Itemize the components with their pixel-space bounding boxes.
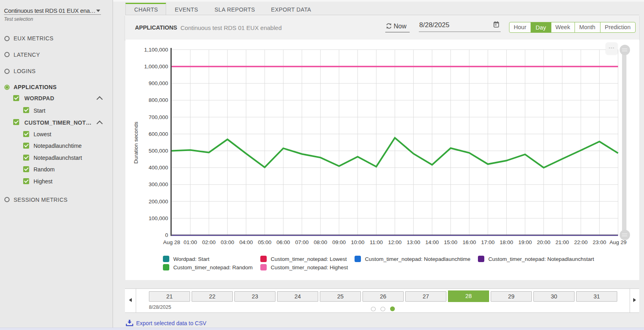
svg-text:700,000: 700,000 (149, 114, 168, 120)
svg-text:06:00: 06:00 (277, 239, 290, 245)
svg-text:01:00: 01:00 (184, 239, 197, 245)
svg-text:18:00: 18:00 (500, 239, 513, 245)
svg-text:1,000,000: 1,000,000 (144, 64, 168, 70)
svg-text:22:00: 22:00 (574, 239, 588, 245)
svg-text:02:00: 02:00 (202, 239, 216, 245)
svg-text:Duration seconds: Duration seconds (133, 121, 139, 163)
svg-text:200,000: 200,000 (149, 199, 168, 205)
svg-text:300,000: 300,000 (149, 181, 168, 187)
svg-text:Aug 28: Aug 28 (163, 239, 180, 245)
svg-text:800,000: 800,000 (149, 97, 168, 103)
svg-text:14:00: 14:00 (425, 239, 439, 245)
svg-text:19:00: 19:00 (518, 239, 532, 245)
svg-text:13:00: 13:00 (407, 239, 420, 245)
svg-text:15:00: 15:00 (444, 239, 458, 245)
svg-text:600,000: 600,000 (149, 131, 168, 137)
svg-text:21:00: 21:00 (555, 239, 569, 245)
svg-text:400,000: 400,000 (149, 165, 168, 171)
svg-text:12:00: 12:00 (388, 239, 402, 245)
svg-text:23:00: 23:00 (593, 239, 606, 245)
svg-text:07:00: 07:00 (295, 239, 309, 245)
svg-text:900,000: 900,000 (149, 80, 168, 86)
svg-text:1,100,000: 1,100,000 (144, 47, 168, 53)
svg-text:05:00: 05:00 (258, 239, 271, 245)
svg-text:04:00: 04:00 (239, 239, 253, 245)
svg-text:17:00: 17:00 (481, 239, 495, 245)
svg-text:08:00: 08:00 (314, 239, 327, 245)
svg-text:11:00: 11:00 (370, 239, 383, 245)
svg-text:03:00: 03:00 (221, 239, 234, 245)
svg-text:10:00: 10:00 (351, 239, 365, 245)
svg-text:100,000: 100,000 (149, 215, 168, 221)
svg-text:500,000: 500,000 (149, 148, 168, 154)
svg-text:20:00: 20:00 (537, 239, 551, 245)
svg-text:16:00: 16:00 (462, 239, 476, 245)
svg-text:09:00: 09:00 (332, 239, 346, 245)
svg-text:0: 0 (165, 232, 168, 238)
